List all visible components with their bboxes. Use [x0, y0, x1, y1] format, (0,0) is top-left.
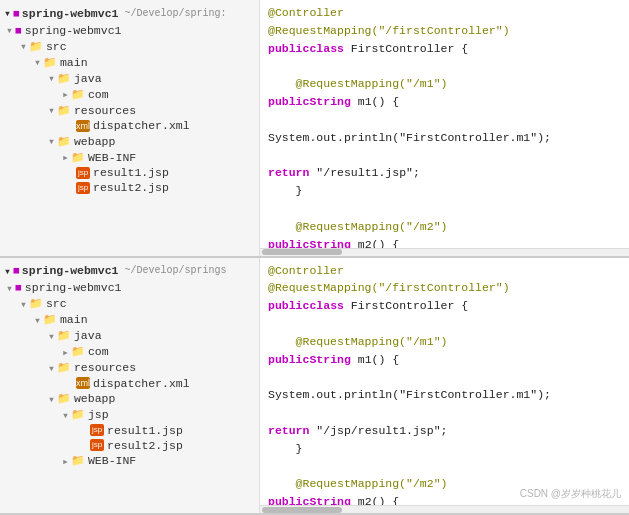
scrollbar-bottom[interactable] — [260, 505, 629, 513]
folder-icon: 📁 — [71, 151, 85, 164]
tree-item[interactable]: ▾📁main — [0, 54, 259, 70]
code-line: @Controller — [268, 262, 621, 280]
file-tree-top: ▾■spring-webmvc1▾📁src▾📁main▾📁java▸📁com▾📁… — [0, 22, 259, 195]
chevron-right-icon: ▸ — [62, 87, 69, 101]
tree-item-label: resources — [74, 104, 136, 117]
folder-icon: 📁 — [57, 72, 71, 85]
code-line — [268, 147, 621, 165]
tree-item-label: result1.jsp — [93, 166, 169, 179]
scroll-thumb-top[interactable] — [262, 249, 342, 255]
tree-item-label: WEB-INF — [88, 454, 136, 467]
code-line: public class FirstController { — [268, 40, 621, 58]
tree-item[interactable]: xmldispatcher.xml — [0, 118, 259, 133]
code-block-top: @Controller@RequestMapping("/firstContro… — [268, 4, 621, 256]
chevron-down-icon-2: ▾ — [4, 264, 11, 278]
jsp-file-icon: jsp — [90, 439, 104, 451]
code-line: @RequestMapping("/firstController") — [268, 22, 621, 40]
folder-icon: 📁 — [71, 454, 85, 467]
project-name-top: spring-webmvc1 — [22, 7, 119, 20]
code-line: System.out.println("FirstController.m1")… — [268, 386, 621, 404]
code-line: return "/result1.jsp"; — [268, 164, 621, 182]
chevron-right-icon: ▸ — [62, 150, 69, 164]
tree-item-label: spring-webmvc1 — [25, 24, 122, 37]
tree-item[interactable]: ▾📁src — [0, 38, 259, 54]
folder-icon: 📁 — [43, 56, 57, 69]
chevron-down-icon: ▾ — [48, 134, 55, 148]
tree-item[interactable]: ▾■spring-webmvc1 — [0, 22, 259, 38]
chevron-down-icon: ▾ — [6, 23, 13, 37]
scrollbar-top[interactable] — [260, 248, 629, 256]
tree-item-label: result2.jsp — [107, 439, 183, 452]
xml-file-icon: xml — [76, 120, 90, 132]
tree-item[interactable]: ▸📁WEB-INF — [0, 149, 259, 165]
tree-item[interactable]: ▸📁com — [0, 344, 259, 360]
top-pane: ▾ ■ spring-webmvc1 ~/Develop/spring: ▾■s… — [0, 0, 629, 258]
code-line: @RequestMapping("/m2") — [268, 218, 621, 236]
jsp-file-icon: jsp — [76, 182, 90, 194]
tree-item[interactable]: xmldispatcher.xml — [0, 376, 259, 391]
tree-item-label: webapp — [74, 392, 115, 405]
tree-item-label: com — [88, 345, 109, 358]
code-line — [268, 404, 621, 422]
tree-item[interactable]: ▾📁src — [0, 296, 259, 312]
tree-item[interactable]: ▸📁com — [0, 86, 259, 102]
folder-icon: 📁 — [71, 408, 85, 421]
chevron-down-icon: ▾ — [4, 6, 11, 20]
tree-item[interactable]: ▾📁resources — [0, 360, 259, 376]
chevron-down-icon: ▾ — [62, 408, 69, 422]
tree-item-label: webapp — [74, 135, 115, 148]
code-line — [268, 315, 621, 333]
sidebar-bottom: ▾ ■ spring-webmvc1 ~/Develop/springs ▾■s… — [0, 258, 260, 514]
tree-item[interactable]: ▾📁jsp — [0, 407, 259, 423]
folder-icon: 📁 — [57, 329, 71, 342]
folder-icon: 📁 — [57, 135, 71, 148]
jsp-file-icon: jsp — [90, 424, 104, 436]
tree-item[interactable]: jspresult1.jsp — [0, 423, 259, 438]
chevron-down-icon: ▾ — [34, 313, 41, 327]
file-tree-bottom: ▾■spring-webmvc1▾📁src▾📁main▾📁java▸📁com▾📁… — [0, 280, 259, 469]
chevron-right-icon: ▸ — [62, 454, 69, 468]
tree-item[interactable]: jspresult1.jsp — [0, 165, 259, 180]
tree-item[interactable]: ▾📁java — [0, 328, 259, 344]
tree-item-label: java — [74, 72, 102, 85]
tree-item-label: java — [74, 329, 102, 342]
jsp-file-icon: jsp — [76, 167, 90, 179]
tree-item-label: main — [60, 313, 88, 326]
code-line: @RequestMapping("/m1") — [268, 333, 621, 351]
tree-item[interactable]: ▾📁webapp — [0, 133, 259, 149]
xml-file-icon: xml — [76, 377, 90, 389]
code-line — [268, 57, 621, 75]
tree-item[interactable]: jspresult2.jsp — [0, 438, 259, 453]
tree-item[interactable]: ▸📁WEB-INF — [0, 453, 259, 469]
project-icon: ■ — [15, 24, 22, 37]
tree-item[interactable]: ▾📁main — [0, 312, 259, 328]
project-header-bottom[interactable]: ▾ ■ spring-webmvc1 ~/Develop/springs — [0, 262, 259, 280]
code-line: return "/jsp/result1.jsp"; — [268, 422, 621, 440]
project-path-bottom: ~/Develop/springs — [124, 265, 226, 276]
tree-item-label: dispatcher.xml — [93, 119, 190, 132]
code-line — [268, 368, 621, 386]
folder-icon: 📁 — [57, 104, 71, 117]
project-header-top[interactable]: ▾ ■ spring-webmvc1 ~/Develop/spring: — [0, 4, 259, 22]
chevron-down-icon: ▾ — [48, 103, 55, 117]
chevron-down-icon: ▾ — [48, 361, 55, 375]
bottom-pane: ▾ ■ spring-webmvc1 ~/Develop/springs ▾■s… — [0, 258, 629, 516]
tree-item-label: result1.jsp — [107, 424, 183, 437]
folder-icon: 📁 — [57, 361, 71, 374]
tree-item-label: WEB-INF — [88, 151, 136, 164]
tree-item[interactable]: jspresult2.jsp — [0, 180, 259, 195]
tree-item[interactable]: ▾📁java — [0, 70, 259, 86]
chevron-down-icon: ▾ — [20, 39, 27, 53]
tree-item[interactable]: ▾📁webapp — [0, 391, 259, 407]
folder-icon: 📁 — [57, 392, 71, 405]
code-area-top: @Controller@RequestMapping("/firstContro… — [260, 0, 629, 256]
scroll-thumb-bottom[interactable] — [262, 507, 342, 513]
tree-item-label: src — [46, 297, 67, 310]
tree-item[interactable]: ▾■spring-webmvc1 — [0, 280, 259, 296]
tree-item[interactable]: ▾📁resources — [0, 102, 259, 118]
code-line — [268, 200, 621, 218]
tree-item-label: spring-webmvc1 — [25, 281, 122, 294]
project-path-top: ~/Develop/spring: — [124, 8, 226, 19]
code-line: } — [268, 182, 621, 200]
tree-item-label: src — [46, 40, 67, 53]
